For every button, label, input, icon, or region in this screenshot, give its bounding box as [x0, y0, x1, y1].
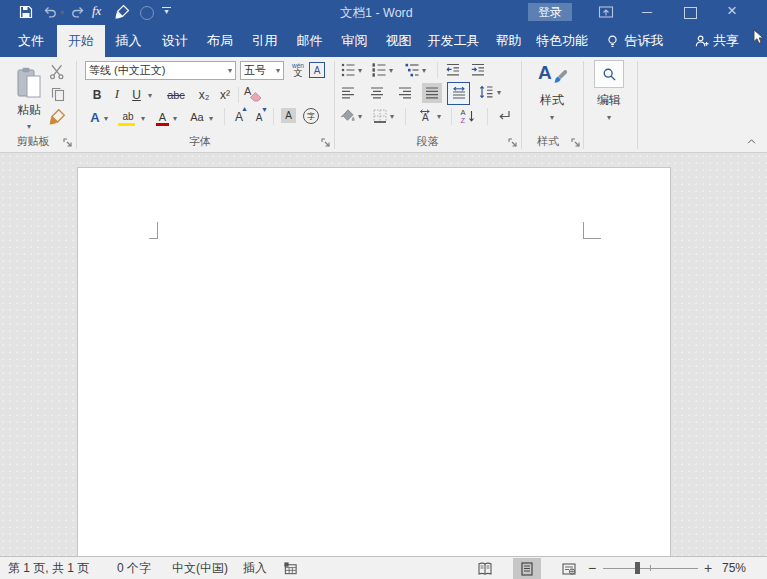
tab-design[interactable]: 设计 [152, 25, 198, 57]
qat-customize-button[interactable]: ▾ [162, 7, 171, 16]
read-mode-button[interactable] [471, 558, 499, 579]
borders-button[interactable] [372, 108, 388, 124]
change-case-dropdown[interactable]: ▾ [209, 115, 213, 123]
bold-button[interactable]: B [90, 87, 104, 103]
tab-references[interactable]: 引用 [242, 25, 287, 57]
maximize-button[interactable] [684, 7, 697, 19]
zoom-in-button[interactable]: + [704, 557, 712, 579]
increase-indent-button[interactable] [470, 62, 486, 78]
zoom-out-button[interactable]: − [588, 557, 596, 579]
borders-dropdown[interactable]: ▾ [390, 113, 394, 121]
tab-developer[interactable]: 开发工具 [420, 25, 487, 57]
divider [238, 87, 239, 103]
highlight-color-button[interactable]: ab [118, 107, 138, 126]
close-button[interactable]: × [722, 2, 742, 20]
font-color-button[interactable]: A [156, 107, 169, 126]
bullets-dropdown[interactable]: ▾ [358, 67, 362, 75]
text-effects-dropdown[interactable]: ▾ [104, 115, 108, 123]
ribbon-display-options-button[interactable] [598, 4, 614, 24]
numbering-button[interactable] [371, 62, 387, 78]
clear-formatting-button[interactable]: A [244, 85, 264, 103]
justify-button[interactable] [422, 83, 442, 103]
tab-layout[interactable]: 布局 [198, 25, 242, 57]
tab-insert[interactable]: 插入 [105, 25, 152, 57]
tab-view[interactable]: 视图 [377, 25, 420, 57]
enclose-characters-button[interactable]: 字 [303, 108, 319, 124]
document-area[interactable] [0, 153, 767, 556]
zoom-level[interactable]: 75% [722, 557, 746, 579]
multilevel-list-button[interactable] [404, 62, 420, 78]
tab-help[interactable]: 帮助 [487, 25, 530, 57]
undo-button[interactable] [42, 4, 58, 24]
undo-dropdown[interactable]: ▾ [60, 9, 64, 17]
show-hide-marks-button[interactable] [496, 108, 512, 124]
distributed-button[interactable] [447, 82, 470, 105]
change-case-button[interactable]: Aa [187, 108, 207, 125]
page-indicator[interactable]: 第 1 页, 共 1 页 [8, 557, 89, 579]
paragraph-dialog-launcher[interactable] [507, 137, 518, 148]
copy-button[interactable] [50, 86, 66, 102]
subscript-button[interactable]: x₂ [196, 87, 212, 103]
highlight-dropdown[interactable]: ▾ [141, 115, 145, 123]
language-indicator[interactable]: 中文(中国) [172, 557, 228, 579]
paste-button[interactable]: 粘贴 ▾ [8, 61, 50, 137]
font-name-combobox[interactable]: 等线 (中文正文) ▾ [85, 61, 236, 80]
grow-font-button[interactable]: A ▲ [231, 108, 247, 125]
zoom-slider-thumb[interactable] [635, 562, 640, 574]
format-painter-button[interactable] [48, 108, 66, 126]
tab-mailings[interactable]: 邮件 [287, 25, 332, 57]
character-shading-button[interactable]: A [281, 108, 296, 123]
asian-layout-button[interactable] [418, 108, 434, 124]
document-page[interactable] [77, 167, 671, 556]
font-dialog-launcher[interactable] [320, 137, 331, 148]
font-color-dropdown[interactable]: ▾ [173, 115, 177, 123]
text-effects-button[interactable]: A [88, 108, 102, 126]
italic-button[interactable]: I [111, 86, 123, 102]
bullets-button[interactable] [340, 62, 356, 78]
decrease-indent-button[interactable] [445, 62, 461, 78]
align-right-button[interactable] [397, 85, 413, 101]
macro-record-button[interactable] [283, 561, 298, 579]
format-painter-qat-button[interactable] [114, 4, 130, 24]
sign-in-button[interactable]: 登录 [528, 3, 572, 21]
clipboard-dialog-launcher[interactable] [62, 137, 73, 148]
insert-mode-indicator[interactable]: 插入 [243, 557, 267, 579]
sort-button[interactable] [460, 108, 476, 124]
superscript-button[interactable]: x² [217, 87, 233, 103]
asian-layout-dropdown[interactable]: ▾ [437, 113, 441, 121]
tell-me-button[interactable]: 告诉我 [622, 25, 666, 57]
underline-dropdown[interactable]: ▾ [148, 92, 152, 100]
styles-button[interactable]: A 样式 ▾ [527, 60, 577, 122]
styles-dialog-launcher[interactable] [570, 137, 581, 148]
print-layout-button[interactable] [513, 558, 541, 579]
minimize-button[interactable]: ─ [634, 3, 660, 21]
line-spacing-dropdown[interactable]: ▾ [497, 89, 501, 97]
save-button[interactable] [18, 4, 34, 24]
tab-home[interactable]: 开始 [57, 25, 105, 57]
cut-button[interactable] [48, 63, 66, 81]
tab-features[interactable]: 特色功能 [530, 25, 594, 57]
shading-button[interactable] [340, 108, 356, 124]
align-left-button[interactable] [340, 85, 356, 101]
numbering-dropdown[interactable]: ▾ [389, 67, 393, 75]
fx-button[interactable]: fx [92, 3, 101, 19]
underline-button[interactable]: U [130, 87, 143, 103]
share-button[interactable]: 共享 [710, 25, 742, 57]
phonetic-guide-button[interactable]: wén 文 [288, 61, 308, 80]
align-center-button[interactable] [369, 85, 385, 101]
word-count[interactable]: 0 个字 [117, 557, 151, 579]
tab-review[interactable]: 审阅 [332, 25, 377, 57]
redo-button[interactable] [70, 4, 86, 24]
multilevel-dropdown[interactable]: ▾ [422, 67, 426, 75]
shrink-font-button[interactable]: A ▼ [252, 110, 266, 125]
editing-button[interactable]: 编辑 ▾ [589, 60, 629, 122]
shading-dropdown[interactable]: ▾ [358, 113, 362, 121]
collapse-ribbon-button[interactable] [745, 136, 758, 147]
strikethrough-button[interactable]: abc [164, 87, 188, 103]
character-border-button[interactable]: A [309, 62, 325, 78]
oval-shape-button[interactable] [140, 6, 154, 20]
web-layout-button[interactable] [555, 558, 583, 579]
font-size-combobox[interactable]: 五号 ▾ [240, 61, 284, 80]
line-spacing-button[interactable] [478, 84, 494, 100]
tab-file[interactable]: 文件 [8, 25, 54, 57]
